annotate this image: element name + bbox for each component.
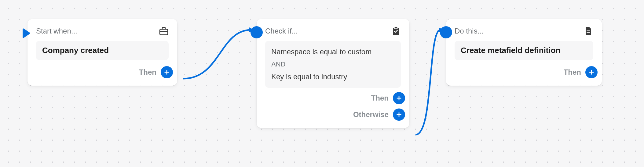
condition-content[interactable]: Namespace is equal to custom AND Key is … [265,41,401,88]
svg-rect-5 [394,27,397,29]
action-node[interactable]: Do this... Create metafield definition T… [446,19,602,86]
action-header: Do this... [455,26,593,36]
condition-line-1: Namespace is equal to custom [271,46,395,58]
condition-otherwise-add-button[interactable] [393,108,405,121]
start-marker-icon [22,28,31,40]
condition-header-label: Check if... [265,27,298,35]
svg-rect-2 [160,29,168,35]
action-content[interactable]: Create metafield definition [455,41,593,60]
condition-header: Check if... [265,26,401,36]
condition-and: AND [271,58,395,71]
action-input-marker-icon [440,26,452,38]
condition-otherwise-label: Otherwise [353,110,389,119]
condition-then-label: Then [371,94,389,102]
trigger-node[interactable]: Start when... Company created Then [27,19,177,86]
action-then-add-button[interactable] [585,66,598,78]
condition-then-add-button[interactable] [393,92,405,104]
briefcase-icon [159,26,169,36]
trigger-then-add-button[interactable] [161,66,173,78]
action-header-label: Do this... [455,27,484,35]
trigger-then-label: Then [139,68,156,76]
trigger-content[interactable]: Company created [36,41,169,60]
trigger-title: Company created [42,46,163,55]
condition-line-2: Key is equal to industry [271,71,395,83]
action-then-label: Then [564,68,581,76]
condition-input-marker-icon [251,26,263,38]
condition-node[interactable]: Check if... Namespace is equal to custom… [257,19,409,128]
document-icon [584,26,593,36]
trigger-header: Start when... [36,26,169,36]
clipboard-check-icon [391,26,401,36]
action-title: Create metafield definition [461,46,587,55]
flow-canvas[interactable]: Start when... Company created Then [0,0,644,167]
trigger-header-label: Start when... [36,27,77,35]
